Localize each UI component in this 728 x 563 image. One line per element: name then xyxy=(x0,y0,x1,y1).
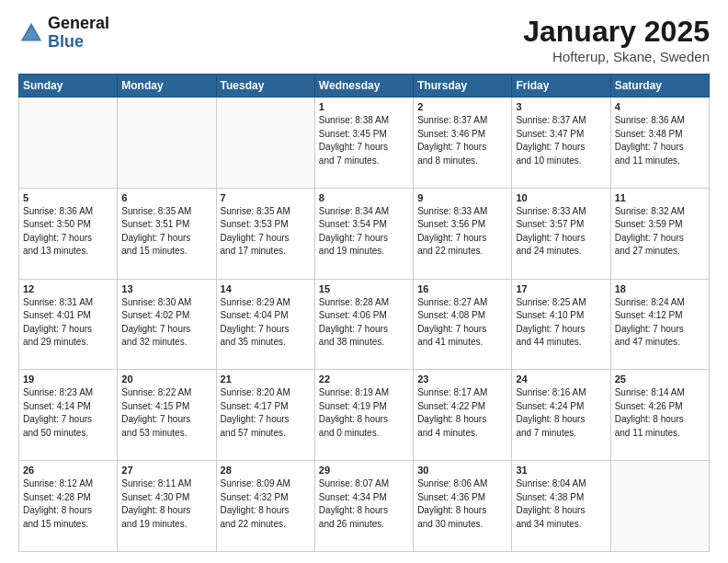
day-info: Sunrise: 8:30 AM Sunset: 4:02 PM Dayligh… xyxy=(121,296,211,350)
calendar-cell: 20Sunrise: 8:22 AM Sunset: 4:15 PM Dayli… xyxy=(118,370,216,461)
day-number: 30 xyxy=(417,465,507,476)
logo-blue: Blue xyxy=(48,33,109,52)
day-info: Sunrise: 8:11 AM Sunset: 4:30 PM Dayligh… xyxy=(121,477,211,531)
day-info: Sunrise: 8:24 AM Sunset: 4:12 PM Dayligh… xyxy=(615,296,705,350)
col-monday: Monday xyxy=(118,75,216,98)
calendar-header: Sunday Monday Tuesday Wednesday Thursday… xyxy=(19,75,710,98)
day-number: 19 xyxy=(23,373,113,385)
col-tuesday: Tuesday xyxy=(216,75,314,98)
day-number: 16 xyxy=(417,283,507,294)
day-number: 4 xyxy=(615,101,705,112)
day-number: 25 xyxy=(615,373,705,385)
calendar-cell: 28Sunrise: 8:09 AM Sunset: 4:32 PM Dayli… xyxy=(216,461,314,552)
calendar-cell: 14Sunrise: 8:29 AM Sunset: 4:04 PM Dayli… xyxy=(216,279,314,370)
day-number: 27 xyxy=(121,465,211,476)
day-number: 8 xyxy=(319,192,409,203)
calendar-cell: 22Sunrise: 8:19 AM Sunset: 4:19 PM Dayli… xyxy=(314,370,413,461)
day-info: Sunrise: 8:04 AM Sunset: 4:38 PM Dayligh… xyxy=(516,477,606,531)
calendar-cell xyxy=(118,98,216,189)
day-number: 28 xyxy=(221,465,311,476)
day-number: 2 xyxy=(417,101,507,112)
calendar-week-3: 19Sunrise: 8:23 AM Sunset: 4:14 PM Dayli… xyxy=(19,370,710,461)
day-number: 26 xyxy=(23,465,113,476)
calendar-cell xyxy=(19,98,118,189)
calendar-cell: 9Sunrise: 8:33 AM Sunset: 3:56 PM Daylig… xyxy=(414,188,512,279)
day-info: Sunrise: 8:06 AM Sunset: 4:36 PM Dayligh… xyxy=(417,477,507,531)
day-info: Sunrise: 8:33 AM Sunset: 3:57 PM Dayligh… xyxy=(516,205,606,259)
calendar-cell: 11Sunrise: 8:32 AM Sunset: 3:59 PM Dayli… xyxy=(610,188,709,279)
calendar-cell: 3Sunrise: 8:37 AM Sunset: 3:47 PM Daylig… xyxy=(512,98,610,189)
day-number: 20 xyxy=(121,373,211,385)
calendar-cell: 7Sunrise: 8:35 AM Sunset: 3:53 PM Daylig… xyxy=(216,188,314,279)
calendar-cell: 13Sunrise: 8:30 AM Sunset: 4:02 PM Dayli… xyxy=(118,279,216,370)
day-info: Sunrise: 8:16 AM Sunset: 4:24 PM Dayligh… xyxy=(516,386,606,440)
calendar-cell: 5Sunrise: 8:36 AM Sunset: 3:50 PM Daylig… xyxy=(19,188,118,279)
calendar-cell: 26Sunrise: 8:12 AM Sunset: 4:28 PM Dayli… xyxy=(19,461,118,552)
day-number: 21 xyxy=(221,373,311,385)
day-number: 3 xyxy=(516,101,606,112)
day-number: 24 xyxy=(516,373,606,385)
day-info: Sunrise: 8:37 AM Sunset: 3:47 PM Dayligh… xyxy=(516,114,606,167)
calendar-cell xyxy=(610,461,709,552)
calendar-week-0: 1Sunrise: 8:38 AM Sunset: 3:45 PM Daylig… xyxy=(19,98,710,189)
day-number: 13 xyxy=(121,283,211,294)
day-number: 5 xyxy=(23,192,113,203)
day-number: 17 xyxy=(516,283,606,294)
col-saturday: Saturday xyxy=(610,75,709,98)
calendar-cell: 12Sunrise: 8:31 AM Sunset: 4:01 PM Dayli… xyxy=(19,279,118,370)
day-number: 23 xyxy=(417,373,507,385)
day-number: 14 xyxy=(221,283,311,294)
day-info: Sunrise: 8:37 AM Sunset: 3:46 PM Dayligh… xyxy=(417,114,507,167)
calendar-cell: 24Sunrise: 8:16 AM Sunset: 4:24 PM Dayli… xyxy=(512,370,610,461)
cal-title: January 2025 xyxy=(523,15,710,49)
calendar-cell: 31Sunrise: 8:04 AM Sunset: 4:38 PM Dayli… xyxy=(512,461,610,552)
day-number: 10 xyxy=(516,192,606,203)
day-info: Sunrise: 8:29 AM Sunset: 4:04 PM Dayligh… xyxy=(221,296,311,350)
day-info: Sunrise: 8:19 AM Sunset: 4:19 PM Dayligh… xyxy=(319,386,409,440)
calendar-cell: 23Sunrise: 8:17 AM Sunset: 4:22 PM Dayli… xyxy=(414,370,512,461)
day-info: Sunrise: 8:17 AM Sunset: 4:22 PM Dayligh… xyxy=(417,386,507,440)
day-info: Sunrise: 8:31 AM Sunset: 4:01 PM Dayligh… xyxy=(23,296,113,350)
day-info: Sunrise: 8:35 AM Sunset: 3:53 PM Dayligh… xyxy=(221,205,311,259)
calendar-cell: 4Sunrise: 8:36 AM Sunset: 3:48 PM Daylig… xyxy=(610,98,709,189)
col-friday: Friday xyxy=(512,75,610,98)
calendar-cell: 2Sunrise: 8:37 AM Sunset: 3:46 PM Daylig… xyxy=(414,98,512,189)
title-block: January 2025 Hofterup, Skane, Sweden xyxy=(523,15,710,64)
day-info: Sunrise: 8:35 AM Sunset: 3:51 PM Dayligh… xyxy=(121,205,211,259)
day-number: 18 xyxy=(615,283,705,294)
day-number: 1 xyxy=(319,101,409,112)
day-number: 9 xyxy=(417,192,507,203)
col-thursday: Thursday xyxy=(414,75,512,98)
col-wednesday: Wednesday xyxy=(314,75,413,98)
day-info: Sunrise: 8:22 AM Sunset: 4:15 PM Dayligh… xyxy=(121,386,211,440)
day-number: 22 xyxy=(319,373,409,385)
calendar-cell: 18Sunrise: 8:24 AM Sunset: 4:12 PM Dayli… xyxy=(610,279,709,370)
day-number: 15 xyxy=(319,283,409,294)
calendar-cell: 30Sunrise: 8:06 AM Sunset: 4:36 PM Dayli… xyxy=(414,461,512,552)
logo-icon xyxy=(18,20,44,46)
calendar-week-4: 26Sunrise: 8:12 AM Sunset: 4:28 PM Dayli… xyxy=(19,461,710,552)
col-sunday: Sunday xyxy=(19,75,118,98)
day-info: Sunrise: 8:28 AM Sunset: 4:06 PM Dayligh… xyxy=(319,296,409,350)
day-info: Sunrise: 8:33 AM Sunset: 3:56 PM Dayligh… xyxy=(417,205,507,259)
header: General Blue January 2025 Hofterup, Skan… xyxy=(18,15,710,64)
day-info: Sunrise: 8:34 AM Sunset: 3:54 PM Dayligh… xyxy=(319,205,409,259)
day-info: Sunrise: 8:38 AM Sunset: 3:45 PM Dayligh… xyxy=(319,114,409,167)
calendar-cell: 21Sunrise: 8:20 AM Sunset: 4:17 PM Dayli… xyxy=(216,370,314,461)
logo: General Blue xyxy=(18,15,109,52)
day-number: 31 xyxy=(516,465,606,476)
day-info: Sunrise: 8:27 AM Sunset: 4:08 PM Dayligh… xyxy=(417,296,507,350)
day-info: Sunrise: 8:23 AM Sunset: 4:14 PM Dayligh… xyxy=(23,386,113,440)
day-info: Sunrise: 8:14 AM Sunset: 4:26 PM Dayligh… xyxy=(615,386,705,440)
calendar-body: 1Sunrise: 8:38 AM Sunset: 3:45 PM Daylig… xyxy=(19,98,710,552)
day-number: 12 xyxy=(23,283,113,294)
calendar-cell: 1Sunrise: 8:38 AM Sunset: 3:45 PM Daylig… xyxy=(314,98,413,189)
calendar-cell: 25Sunrise: 8:14 AM Sunset: 4:26 PM Dayli… xyxy=(610,370,709,461)
header-row: Sunday Monday Tuesday Wednesday Thursday… xyxy=(19,75,710,98)
day-info: Sunrise: 8:25 AM Sunset: 4:10 PM Dayligh… xyxy=(516,296,606,350)
calendar-cell: 17Sunrise: 8:25 AM Sunset: 4:10 PM Dayli… xyxy=(512,279,610,370)
calendar-cell: 19Sunrise: 8:23 AM Sunset: 4:14 PM Dayli… xyxy=(19,370,118,461)
calendar-cell xyxy=(216,98,314,189)
logo-general: General xyxy=(48,15,109,33)
calendar-cell: 10Sunrise: 8:33 AM Sunset: 3:57 PM Dayli… xyxy=(512,188,610,279)
